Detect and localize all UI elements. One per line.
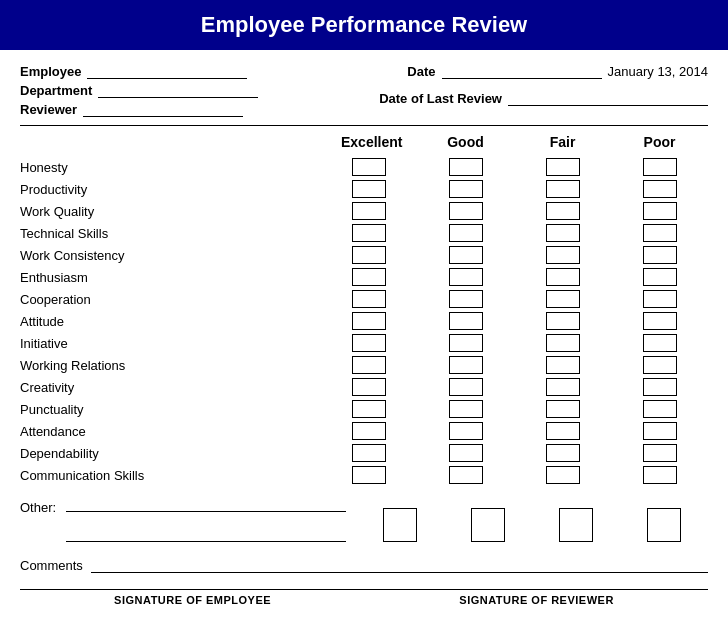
rating-box-fair-8[interactable] bbox=[546, 334, 580, 352]
table-row: Technical Skills bbox=[20, 222, 708, 244]
table-row: Productivity bbox=[20, 178, 708, 200]
rating-box-good-11[interactable] bbox=[449, 400, 483, 418]
criteria-name: Honesty bbox=[20, 160, 320, 175]
rating-box-good-5[interactable] bbox=[449, 268, 483, 286]
criteria-name: Attitude bbox=[20, 314, 320, 329]
table-row: Punctuality bbox=[20, 398, 708, 420]
table-row: Dependability bbox=[20, 442, 708, 464]
table-row: Enthusiasm bbox=[20, 266, 708, 288]
criteria-name: Attendance bbox=[20, 424, 320, 439]
criteria-name: Enthusiasm bbox=[20, 270, 320, 285]
rating-box-fair-5[interactable] bbox=[546, 268, 580, 286]
date-input[interactable] bbox=[442, 65, 602, 79]
employee-input[interactable] bbox=[87, 65, 247, 79]
rating-box-good-14[interactable] bbox=[449, 466, 483, 484]
employee-label: Employee bbox=[20, 64, 81, 79]
rating-box-good-10[interactable] bbox=[449, 378, 483, 396]
other-box-poor[interactable] bbox=[647, 508, 681, 542]
col-fair: Fair bbox=[535, 134, 590, 150]
rating-box-excellent-14[interactable] bbox=[352, 466, 386, 484]
rating-box-fair-3[interactable] bbox=[546, 224, 580, 242]
rating-box-good-4[interactable] bbox=[449, 246, 483, 264]
rating-box-poor-9[interactable] bbox=[643, 356, 677, 374]
rating-box-poor-13[interactable] bbox=[643, 444, 677, 462]
rating-box-fair-4[interactable] bbox=[546, 246, 580, 264]
rating-box-poor-8[interactable] bbox=[643, 334, 677, 352]
date-last-review-input[interactable] bbox=[508, 92, 708, 106]
rating-box-poor-6[interactable] bbox=[643, 290, 677, 308]
rating-box-good-12[interactable] bbox=[449, 422, 483, 440]
criteria-name: Work Quality bbox=[20, 204, 320, 219]
rating-box-poor-14[interactable] bbox=[643, 466, 677, 484]
criteria-name: Work Consistency bbox=[20, 248, 320, 263]
rating-box-excellent-10[interactable] bbox=[352, 378, 386, 396]
col-poor: Poor bbox=[632, 134, 687, 150]
rating-box-excellent-3[interactable] bbox=[352, 224, 386, 242]
rating-box-poor-0[interactable] bbox=[643, 158, 677, 176]
rating-box-good-6[interactable] bbox=[449, 290, 483, 308]
rating-box-good-2[interactable] bbox=[449, 202, 483, 220]
rating-box-good-9[interactable] bbox=[449, 356, 483, 374]
department-input[interactable] bbox=[98, 84, 258, 98]
rating-box-fair-12[interactable] bbox=[546, 422, 580, 440]
rating-box-fair-9[interactable] bbox=[546, 356, 580, 374]
rating-box-excellent-6[interactable] bbox=[352, 290, 386, 308]
rating-box-poor-7[interactable] bbox=[643, 312, 677, 330]
other-line-2[interactable] bbox=[66, 528, 346, 542]
rating-box-excellent-7[interactable] bbox=[352, 312, 386, 330]
rating-box-excellent-5[interactable] bbox=[352, 268, 386, 286]
rating-box-poor-4[interactable] bbox=[643, 246, 677, 264]
other-label: Other: bbox=[20, 498, 56, 515]
rating-box-good-0[interactable] bbox=[449, 158, 483, 176]
rating-box-poor-2[interactable] bbox=[643, 202, 677, 220]
rating-box-fair-1[interactable] bbox=[546, 180, 580, 198]
signature-employee: SIGNATURE OF EMPLOYEE bbox=[114, 594, 271, 606]
rating-box-excellent-1[interactable] bbox=[352, 180, 386, 198]
rating-box-fair-14[interactable] bbox=[546, 466, 580, 484]
date-last-review-label: Date of Last Review bbox=[379, 91, 502, 106]
criteria-name: Punctuality bbox=[20, 402, 320, 417]
other-box-fair[interactable] bbox=[559, 508, 593, 542]
rating-box-fair-6[interactable] bbox=[546, 290, 580, 308]
criteria-name: Cooperation bbox=[20, 292, 320, 307]
rating-box-poor-10[interactable] bbox=[643, 378, 677, 396]
rating-box-poor-1[interactable] bbox=[643, 180, 677, 198]
rating-box-poor-3[interactable] bbox=[643, 224, 677, 242]
department-label: Department bbox=[20, 83, 92, 98]
other-box-good[interactable] bbox=[471, 508, 505, 542]
rating-box-excellent-13[interactable] bbox=[352, 444, 386, 462]
rating-box-excellent-12[interactable] bbox=[352, 422, 386, 440]
other-line-1[interactable] bbox=[66, 498, 346, 512]
rating-box-fair-10[interactable] bbox=[546, 378, 580, 396]
rating-box-good-3[interactable] bbox=[449, 224, 483, 242]
rating-box-fair-11[interactable] bbox=[546, 400, 580, 418]
rating-box-excellent-0[interactable] bbox=[352, 158, 386, 176]
rating-box-excellent-4[interactable] bbox=[352, 246, 386, 264]
rating-box-fair-2[interactable] bbox=[546, 202, 580, 220]
comments-input[interactable] bbox=[91, 559, 708, 573]
rating-box-poor-11[interactable] bbox=[643, 400, 677, 418]
rating-box-poor-5[interactable] bbox=[643, 268, 677, 286]
rating-box-poor-12[interactable] bbox=[643, 422, 677, 440]
rating-box-good-13[interactable] bbox=[449, 444, 483, 462]
table-row: Creativity bbox=[20, 376, 708, 398]
rating-box-excellent-11[interactable] bbox=[352, 400, 386, 418]
rating-box-fair-7[interactable] bbox=[546, 312, 580, 330]
rating-box-good-8[interactable] bbox=[449, 334, 483, 352]
col-good: Good bbox=[438, 134, 493, 150]
rating-box-excellent-2[interactable] bbox=[352, 202, 386, 220]
reviewer-input[interactable] bbox=[83, 103, 243, 117]
rating-box-good-1[interactable] bbox=[449, 180, 483, 198]
rating-box-excellent-8[interactable] bbox=[352, 334, 386, 352]
rating-box-excellent-9[interactable] bbox=[352, 356, 386, 374]
criteria-name: Productivity bbox=[20, 182, 320, 197]
table-row: Work Consistency bbox=[20, 244, 708, 266]
rating-box-fair-0[interactable] bbox=[546, 158, 580, 176]
table-row: Attendance bbox=[20, 420, 708, 442]
table-row: Work Quality bbox=[20, 200, 708, 222]
rating-box-fair-13[interactable] bbox=[546, 444, 580, 462]
criteria-name: Initiative bbox=[20, 336, 320, 351]
criteria-name: Creativity bbox=[20, 380, 320, 395]
other-box-excellent[interactable] bbox=[383, 508, 417, 542]
rating-box-good-7[interactable] bbox=[449, 312, 483, 330]
